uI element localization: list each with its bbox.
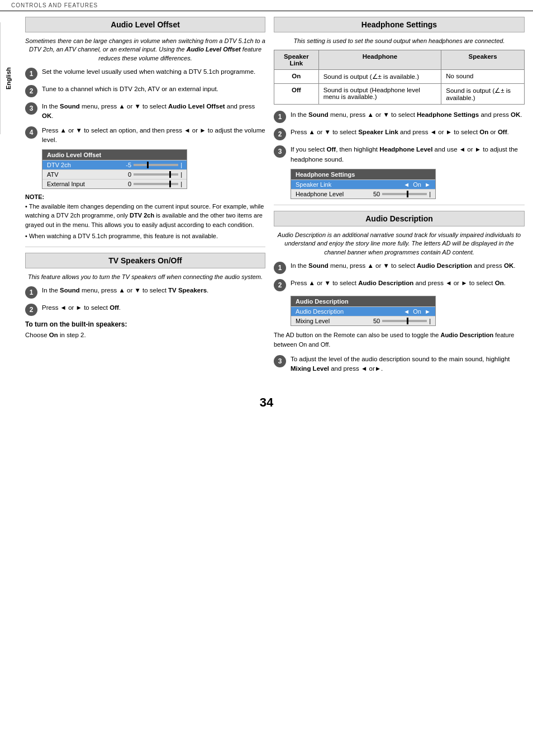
step-3-text: In the Sound menu, press ▲ or ▼ to selec…	[42, 102, 265, 121]
table-header-speakers: Speakers	[441, 50, 525, 70]
header-label: CONTROLS AND FEATURES	[11, 2, 98, 8]
step-1-row: 1 Set the volume level usually used when…	[25, 67, 265, 80]
hp-step-3-num: 3	[274, 145, 286, 158]
table-row-on: On Sound is output (∠± is available.) No…	[274, 70, 525, 84]
audio-level-offset-section: Audio Level Offset Sometimes there can b…	[25, 17, 265, 241]
audio-description-menu: Audio Description Audio Description ◄ On…	[291, 296, 436, 326]
table-header-speaker-link: Speaker Link	[274, 50, 319, 70]
table-cell-on-headphone: Sound is output (∠± is available.)	[318, 70, 441, 84]
audio-level-offset-description: Sometimes there can be large changes in …	[25, 37, 265, 63]
tv-step-2-row: 2 Press ◄ or ► to select Off.	[25, 303, 265, 316]
table-cell-off: Off	[274, 84, 319, 105]
tv-step-2-text: Press ◄ or ► to select Off.	[42, 303, 265, 313]
ad-step-3-row: 3 To adjust the level of the audio descr…	[274, 355, 525, 374]
hp-step-1-text: In the Sound menu, press ▲ or ▼ to selec…	[291, 110, 525, 120]
hp-step-2-num: 2	[274, 128, 286, 140]
audio-description-intro: Audio Description is an additional narra…	[274, 231, 525, 257]
main-content: Audio Level Offset Sometimes there can b…	[17, 11, 533, 384]
tv-speakers-section: TV Speakers On/Off This feature allows y…	[25, 253, 265, 341]
ad-menu-row-audio-desc: Audio Description ◄ On ►	[291, 306, 435, 316]
step-4-num: 4	[25, 126, 37, 139]
step-2-row: 2 Tune to a channel which is DTV 2ch, AT…	[25, 84, 265, 97]
hp-step-2-row: 2 Press ▲ or ▼ to select Speaker Link an…	[274, 127, 525, 140]
ad-step-3-text: To adjust the level of the audio descrip…	[291, 355, 525, 374]
step-3-num: 3	[25, 102, 37, 115]
ad-note: The AD button on the Remote can also be …	[274, 330, 525, 349]
tv-step-1-num: 1	[25, 286, 37, 299]
tv-step-1-text: In the Sound menu, press ▲ or ▼ to selec…	[42, 286, 265, 295]
step-1-num: 1	[25, 68, 37, 80]
ad-step-1-row: 1 In the Sound menu, press ▲ or ▼ to sel…	[274, 261, 525, 274]
hp-step-1-row: 1 In the Sound menu, press ▲ or ▼ to sel…	[274, 110, 525, 123]
note-section: NOTE: The available item changes dependi…	[25, 192, 265, 241]
note-label: NOTE:	[25, 193, 44, 200]
menu-header: Audio Level Offset	[42, 150, 187, 160]
hp-step-1-num: 1	[274, 111, 286, 123]
step-2-num: 2	[25, 85, 37, 97]
menu-row-atv: ATV 0 |	[42, 169, 187, 179]
table-cell-off-speakers: Sound is output (∠± is available.)	[441, 84, 525, 105]
right-column: Headphone Settings This setting is used …	[274, 17, 525, 379]
menu-row-external-input: External Input 0 |	[42, 179, 187, 188]
table-header-headphone: Headphone	[318, 50, 441, 70]
audio-description-section: Audio Description Audio Description is a…	[274, 211, 525, 374]
hp-menu-row-speaker-link: Speaker Link ◄ On ►	[291, 179, 435, 189]
tv-speakers-title: TV Speakers On/Off	[25, 253, 265, 268]
ad-step-2-row: 2 Press ▲ or ▼ to select Audio Descripti…	[274, 278, 525, 291]
tv-step-1-row: 1 In the Sound menu, press ▲ or ▼ to sel…	[25, 286, 265, 299]
note-item-1: The available item changes depending on …	[25, 202, 265, 230]
step-4-row: 4 Press ▲ or ▼ to select an option, and …	[25, 126, 265, 145]
note-item-2: When watching a DTV 5.1ch programme, thi…	[25, 231, 265, 241]
ad-step-1-text: In the Sound menu, press ▲ or ▼ to selec…	[291, 261, 525, 271]
step-1-text: Set the volume level usually used when w…	[42, 67, 265, 77]
hp-menu-header: Headphone Settings	[291, 169, 435, 179]
note-list: The available item changes depending on …	[25, 202, 265, 241]
headphone-settings-menu: Headphone Settings Speaker Link ◄ On ► H…	[291, 169, 436, 199]
audio-level-offset-menu: Audio Level Offset DTV 2ch -5 | ATV 0 |	[42, 149, 187, 189]
hp-step-3-text: If you select Off, then highlight Headph…	[291, 145, 525, 164]
page-number: 34	[0, 395, 533, 415]
ad-step-3-num: 3	[274, 355, 286, 367]
ad-step-2-num: 2	[274, 279, 286, 291]
step-4-text: Press ▲ or ▼ to select an option, and th…	[42, 126, 265, 145]
page-header: CONTROLS AND FEATURES	[0, 0, 533, 11]
headphone-settings-title: Headphone Settings	[274, 17, 525, 32]
table-cell-on: On	[274, 70, 319, 84]
audio-description-title: Audio Description	[274, 211, 525, 226]
headphone-table: Speaker Link Headphone Speakers On Sound…	[274, 50, 525, 105]
tv-speakers-description: This feature allows you to turn the TV s…	[25, 273, 265, 281]
sidebar-english: English	[0, 22, 16, 134]
hp-step-2-text: Press ▲ or ▼ to select Speaker Link and …	[291, 127, 525, 137]
step-3-row: 3 In the Sound menu, press ▲ or ▼ to sel…	[25, 102, 265, 121]
tv-step-2-num: 2	[25, 304, 37, 316]
headphone-settings-section: Headphone Settings This setting is used …	[274, 17, 525, 199]
table-cell-off-headphone: Sound is output (Headphone level menu is…	[318, 84, 441, 105]
ad-step-1-num: 1	[274, 262, 286, 274]
table-row-off: Off Sound is output (Headphone level men…	[274, 84, 525, 105]
hp-step-3-row: 3 If you select Off, then highlight Head…	[274, 145, 525, 164]
step-2-text: Tune to a channel which is DTV 2ch, ATV …	[42, 84, 265, 94]
built-in-heading: To turn on the built-in speakers:	[25, 320, 265, 328]
built-in-text: Choose On in step 2.	[25, 330, 265, 340]
menu-row-dtv2ch: DTV 2ch -5 |	[42, 160, 187, 169]
hp-menu-row-headphone-level: Headphone Level 50 |	[291, 189, 435, 199]
headphone-settings-description: This setting is used to set the sound ou…	[274, 37, 525, 45]
ad-menu-header: Audio Description	[291, 296, 435, 306]
ad-menu-row-mixing-level: Mixing Level 50 |	[291, 316, 435, 325]
table-cell-on-speakers: No sound	[441, 70, 525, 84]
ad-step-2-text: Press ▲ or ▼ to select Audio Description…	[291, 278, 525, 288]
left-column: Audio Level Offset Sometimes there can b…	[25, 17, 265, 379]
audio-level-offset-title: Audio Level Offset	[25, 17, 265, 32]
